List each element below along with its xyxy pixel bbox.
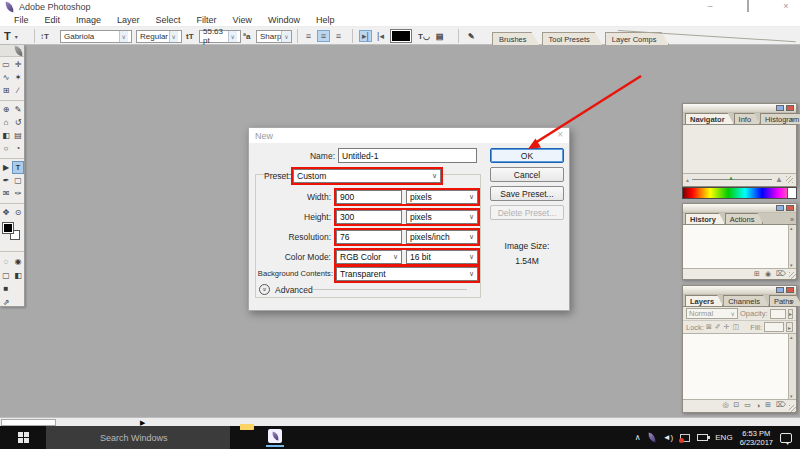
cancel-button[interactable]: Cancel [490, 167, 564, 182]
new-document-from-state-icon[interactable]: ⊞ [754, 270, 760, 278]
tab-history[interactable]: History [685, 213, 725, 224]
tray-chevron-icon[interactable]: ∧ [635, 433, 641, 442]
preset-select[interactable]: Custom∨ [293, 169, 441, 183]
text-color-swatch[interactable] [390, 27, 412, 45]
zoom-in-icon[interactable]: ▲ [775, 175, 783, 184]
toggle-palettes-button[interactable]: ▤ [436, 27, 444, 45]
font-size-select[interactable]: 55.63 pt∨ [199, 27, 241, 45]
panel-close-button[interactable] [786, 287, 794, 293]
tool-rect-marquee[interactable]: ▭ [0, 58, 12, 71]
color-mode-select[interactable]: RGB Color∨ [336, 250, 402, 264]
close-button[interactable]: × [780, 1, 792, 11]
battery-icon[interactable] [697, 434, 708, 441]
tool-shape[interactable]: ▢ [12, 174, 24, 187]
tool-history-brush[interactable]: ↺ [12, 116, 24, 129]
tool-healing-brush[interactable]: ⊕ [0, 103, 12, 116]
opacity-arrow-icon[interactable]: ▸ [788, 309, 793, 319]
blend-mode-select[interactable]: Normal∨ [686, 308, 738, 319]
tool-magic-wand[interactable]: ✶ [12, 71, 24, 84]
panel-title-bar[interactable] [683, 286, 796, 295]
action-center-icon[interactable] [780, 433, 792, 443]
tool-path-selection[interactable]: ▶ [0, 161, 12, 174]
fullscreen-menubar-button[interactable]: ◧ [12, 269, 24, 282]
tab-info[interactable]: Info [734, 113, 761, 124]
panel-menu-icon[interactable]: » [790, 216, 794, 223]
lock-position-icon[interactable]: ✛ [724, 323, 730, 331]
panel-title-bar[interactable] [683, 104, 796, 113]
color-ramp[interactable] [682, 187, 797, 199]
text-direction-rtl-button[interactable]: |◂ [374, 30, 387, 42]
fill-field[interactable] [764, 322, 784, 332]
menu-window[interactable]: Window [260, 15, 308, 25]
delete-state-icon[interactable]: ⌦ [776, 270, 786, 278]
palette-tab-tool-presets[interactable]: Tool Presets [542, 32, 603, 45]
zoom-slider-handle[interactable]: ▲ [728, 175, 734, 181]
ok-button[interactable]: OK [490, 148, 564, 163]
jump-to-imageready-button[interactable]: ⇗ [0, 296, 12, 309]
dialog-close-button[interactable]: × [557, 129, 563, 140]
menu-file[interactable]: File [6, 15, 37, 25]
fill-arrow-icon[interactable]: ▸ [786, 322, 793, 332]
panel-close-button[interactable] [786, 205, 794, 211]
advanced-expand-icon[interactable]: » [259, 284, 270, 295]
tool-eyedropper[interactable]: ✑ [12, 187, 24, 200]
foreground-color-swatch[interactable] [2, 222, 14, 234]
start-button[interactable] [0, 426, 46, 449]
scrollbar[interactable] [788, 334, 796, 399]
resize-grip[interactable] [789, 405, 796, 412]
background-contents-select[interactable]: Transparent∨ [336, 267, 478, 281]
tab-paths[interactable]: Paths [769, 295, 800, 306]
restore-button[interactable] [742, 1, 754, 11]
new-snapshot-icon[interactable]: ◉ [765, 270, 771, 278]
menu-image[interactable]: Image [68, 15, 109, 25]
new-layer-icon[interactable]: ⊞ [765, 401, 771, 409]
palette-tab-layer-comps[interactable]: Layer Comps [605, 32, 670, 45]
tool-dodge[interactable]: ◔ [12, 142, 24, 155]
menu-view[interactable]: View [225, 15, 260, 25]
resolution-unit-select[interactable]: pixels/inch∨ [406, 230, 478, 244]
panel-menu-icon[interactable]: » [790, 298, 794, 305]
brush-preset-button[interactable]: ✎ [468, 27, 475, 45]
warp-text-button[interactable]: T◡ [418, 27, 430, 45]
tool-notes[interactable]: ✉ [0, 187, 12, 200]
quick-mask-mode-button[interactable]: ◉ [12, 255, 24, 268]
align-center-button[interactable]: ≡ [317, 30, 330, 42]
resize-grip[interactable] [789, 272, 796, 279]
menu-edit[interactable]: Edit [37, 15, 69, 25]
standard-screen-button[interactable]: ▢ [0, 269, 12, 282]
panel-minimize-button[interactable] [776, 205, 784, 211]
language-indicator[interactable]: ENG [715, 433, 732, 442]
tab-histogram[interactable]: Histogram [760, 113, 800, 124]
tab-channels[interactable]: Channels [723, 295, 769, 306]
adjustment-layer-icon[interactable]: ◑ [756, 402, 760, 409]
tab-navigator[interactable]: Navigator [685, 113, 734, 124]
tool-hand[interactable]: ✥ [0, 206, 12, 219]
color-ramp-white-swatch[interactable] [787, 188, 796, 198]
clock[interactable]: 6:53 PM 6/23/2017 [740, 429, 773, 447]
tool-lasso[interactable]: ∿ [0, 71, 12, 84]
panel-minimize-button[interactable] [776, 287, 784, 293]
font-family-select[interactable]: Gabriola∨ [60, 27, 132, 45]
minimize-button[interactable]: – [704, 1, 716, 11]
tool-slice[interactable]: ∕ [12, 84, 24, 97]
menu-select[interactable]: Select [148, 15, 189, 25]
network-icon[interactable] [680, 434, 690, 442]
menu-help[interactable]: Help [308, 15, 343, 25]
volume-icon[interactable]: ◄) [663, 433, 674, 442]
height-unit-select[interactable]: pixels∨ [406, 210, 478, 224]
tool-pen[interactable]: ✒ [0, 174, 12, 187]
tool-clone-stamp[interactable]: ⌂ [0, 116, 12, 129]
panel-menu-icon[interactable]: » [790, 116, 794, 123]
lock-all-icon[interactable]: ◫ [733, 323, 740, 331]
align-right-button[interactable]: ≡ [332, 30, 345, 42]
menu-filter[interactable]: Filter [189, 15, 225, 25]
antialias-select[interactable]: Sharp∨ [256, 27, 292, 45]
tool-brush[interactable]: ✎ [12, 103, 24, 116]
new-group-icon[interactable]: ▭ [744, 401, 751, 409]
zoom-out-icon[interactable]: ▴ [686, 176, 689, 183]
tool-blur[interactable]: ○ [0, 142, 12, 155]
save-preset-button[interactable]: Save Preset... [490, 186, 564, 201]
advanced-section[interactable]: » Advanced [249, 284, 479, 296]
width-input[interactable]: 900 [336, 190, 402, 204]
panel-minimize-button[interactable] [776, 105, 784, 111]
